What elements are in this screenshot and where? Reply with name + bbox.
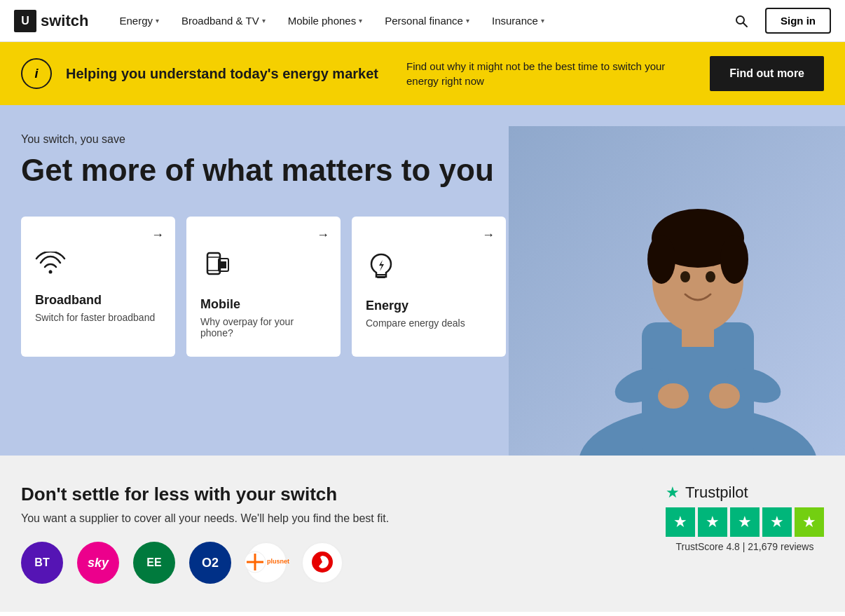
logo-text: switch bbox=[41, 12, 88, 30]
mobile-icon bbox=[200, 252, 327, 286]
trustpilot-logo-star: ★ bbox=[666, 484, 680, 502]
hero-title: Get more of what matters to you bbox=[21, 153, 511, 189]
navigation: U switch Energy ▾ Broadband & TV ▾ Mobil… bbox=[0, 0, 845, 42]
chevron-down-icon: ▾ bbox=[359, 17, 362, 25]
banner-description: Find out why it might not be the best ti… bbox=[406, 59, 696, 88]
sign-in-button[interactable]: Sign in bbox=[765, 8, 831, 34]
hero-cards: → Broadband Switch for faster broadband … bbox=[21, 217, 533, 357]
svg-point-2 bbox=[49, 270, 53, 273]
svg-point-16 bbox=[658, 383, 689, 409]
nav-item-energy[interactable]: Energy ▾ bbox=[109, 9, 169, 32]
svg-line-1 bbox=[743, 23, 747, 27]
svg-point-17 bbox=[709, 383, 740, 409]
broadband-card-desc: Switch for faster broadband bbox=[35, 312, 161, 323]
arrow-icon: → bbox=[317, 228, 329, 242]
brand-ee-logo[interactable]: EE bbox=[133, 542, 175, 584]
hero-section: You switch, you save Get more of what ma… bbox=[0, 105, 845, 456]
trustpilot-stars: ★ ★ ★ ★ ★ bbox=[666, 507, 824, 537]
search-button[interactable] bbox=[729, 8, 754, 34]
svg-point-22 bbox=[720, 235, 748, 284]
info-icon: i bbox=[21, 58, 52, 89]
svg-point-19 bbox=[706, 271, 715, 282]
svg-rect-7 bbox=[221, 261, 226, 268]
energy-card[interactable]: → Energy Compare energy deals bbox=[352, 217, 506, 357]
tp-star-3: ★ bbox=[730, 507, 760, 537]
nav-item-insurance[interactable]: Insurance ▾ bbox=[482, 9, 554, 32]
logo[interactable]: U switch bbox=[14, 10, 88, 32]
bottom-description: You want a supplier to cover all your ne… bbox=[21, 512, 389, 525]
energy-card-desc: Compare energy deals bbox=[366, 317, 492, 329]
hero-person-image bbox=[509, 126, 845, 456]
nav-item-personal-finance[interactable]: Personal finance ▾ bbox=[375, 9, 479, 32]
bottom-left: Don't settle for less with your switch Y… bbox=[21, 484, 389, 584]
energy-icon bbox=[366, 252, 492, 287]
trustpilot-score: TrustScore 4.8 | 21,679 reviews bbox=[666, 541, 824, 552]
mobile-card-desc: Why overpay for your phone? bbox=[200, 316, 327, 338]
trustpilot-section: ★ Trustpilot ★ ★ ★ ★ ★ TrustScore 4.8 | … bbox=[666, 484, 824, 552]
energy-card-title: Energy bbox=[366, 299, 492, 313]
chevron-down-icon: ▾ bbox=[156, 17, 159, 25]
svg-rect-13 bbox=[682, 319, 714, 347]
chevron-down-icon: ▾ bbox=[541, 17, 544, 25]
mobile-card[interactable]: → Mobile Why overpay for your phone? bbox=[186, 217, 341, 357]
wifi-icon bbox=[35, 252, 161, 282]
broadband-card-title: Broadband bbox=[35, 293, 161, 308]
banner-text-block: Helping you understand today's energy ma… bbox=[66, 64, 378, 83]
svg-point-21 bbox=[647, 235, 675, 284]
tp-star-2: ★ bbox=[698, 507, 727, 537]
brand-o2-logo[interactable]: O2 bbox=[189, 542, 231, 584]
bottom-section: Don't settle for less with your switch Y… bbox=[0, 456, 845, 612]
trustpilot-name: Trustpilot bbox=[685, 484, 748, 502]
search-icon bbox=[734, 14, 748, 28]
brand-vodafone-logo[interactable] bbox=[301, 542, 343, 584]
chevron-down-icon: ▾ bbox=[262, 17, 266, 25]
nav-links: Energy ▾ Broadband & TV ▾ Mobile phones … bbox=[109, 8, 831, 34]
find-out-more-button[interactable]: Find out more bbox=[710, 56, 824, 91]
brand-bt-logo[interactable]: BT bbox=[21, 542, 63, 584]
arrow-icon: → bbox=[482, 228, 495, 242]
nav-item-mobile[interactable]: Mobile phones ▾ bbox=[278, 9, 373, 32]
trustpilot-header: ★ Trustpilot bbox=[666, 484, 824, 502]
banner-title: Helping you understand today's energy ma… bbox=[66, 64, 378, 83]
brand-logos: BT sky EE O2 plusnet bbox=[21, 542, 389, 584]
mobile-card-title: Mobile bbox=[200, 297, 327, 312]
tp-star-5: ★ bbox=[795, 507, 824, 537]
svg-point-18 bbox=[680, 271, 690, 282]
broadband-card[interactable]: → Broadband Switch for faster broadband bbox=[21, 217, 175, 357]
bottom-title: Don't settle for less with your switch bbox=[21, 484, 389, 505]
tp-star-1: ★ bbox=[666, 507, 695, 537]
logo-u-box: U bbox=[14, 10, 36, 32]
tp-star-4: ★ bbox=[762, 507, 792, 537]
chevron-down-icon: ▾ bbox=[466, 17, 469, 25]
brand-sky-logo[interactable]: sky bbox=[77, 542, 119, 584]
arrow-icon: → bbox=[151, 228, 164, 242]
nav-item-broadband[interactable]: Broadband & TV ▾ bbox=[172, 9, 275, 32]
announcement-banner: i Helping you understand today's energy … bbox=[0, 42, 845, 105]
brand-plusnet-logo[interactable]: plusnet bbox=[245, 542, 287, 584]
